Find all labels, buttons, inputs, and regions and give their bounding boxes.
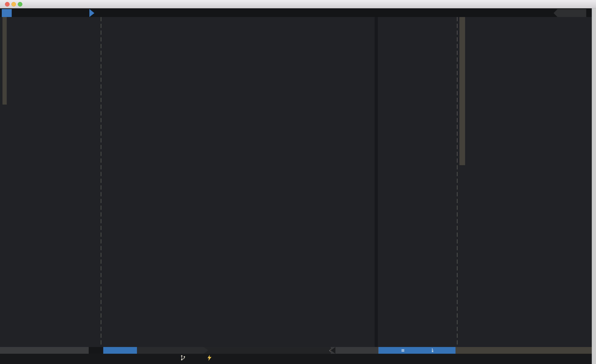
powerline-arrow xyxy=(83,347,88,354)
statusline-git-segment xyxy=(132,347,204,354)
statusline-encoding-segment xyxy=(331,347,378,354)
buffers-separator-icon xyxy=(554,9,558,17)
colorcolumn-80 xyxy=(375,17,378,347)
close-button[interactable] xyxy=(5,2,10,7)
terminal-window: ‹ ≡ LN xyxy=(0,0,596,364)
command-line[interactable] xyxy=(0,354,596,364)
git-branch-icon xyxy=(168,347,186,354)
statusline-warning-segment xyxy=(451,347,455,354)
statusline-position-segment xyxy=(378,347,451,354)
nerdtree-separator[interactable] xyxy=(101,17,101,347)
lines-icon: ≡ xyxy=(401,347,404,354)
minimize-button[interactable] xyxy=(11,2,16,7)
editor-background xyxy=(0,17,596,347)
titlebar xyxy=(0,0,596,8)
tab-arrow-separator xyxy=(89,9,94,17)
powerline-triangle xyxy=(331,347,335,354)
nerdtree-foldcolumn xyxy=(2,17,7,105)
powerline-triangle xyxy=(378,347,383,354)
window-scrollbar[interactable] xyxy=(592,8,596,364)
buffers-label[interactable] xyxy=(558,9,586,17)
powerline-arrow xyxy=(132,347,136,354)
powerline-arrow xyxy=(204,347,208,354)
statusline-nerdtree-path xyxy=(0,347,89,354)
zoom-button[interactable] xyxy=(18,2,22,7)
statusline-file-segment xyxy=(204,347,331,354)
lightning-icon xyxy=(194,347,212,354)
tagbar-separator[interactable] xyxy=(457,17,457,347)
tabline xyxy=(0,8,596,17)
tagbar-foldcolumn xyxy=(459,17,465,165)
ln-icon: LN xyxy=(431,347,434,354)
tab-train-retr-from-cls[interactable] xyxy=(2,9,12,17)
statusline-tagbar-segment xyxy=(455,347,596,354)
